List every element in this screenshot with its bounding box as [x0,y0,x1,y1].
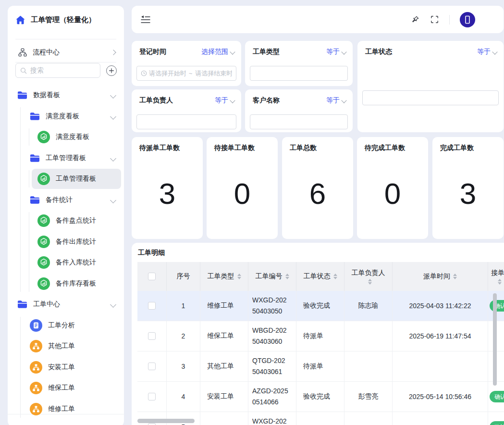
sidebar-tree-item[interactable]: 其他工单 [8,338,124,355]
sidebar-tree-item[interactable]: 备件库存看板 [8,275,124,292]
order-number: QTGD-20250403061 [252,355,289,377]
table-row[interactable]: 2维保工单WBGD-20250403060待派单2025-06-19 11:47… [137,321,504,351]
column-header[interactable]: 工单负责人 [344,262,393,291]
topbar-actions [411,6,475,33]
table-cell [344,412,393,425]
sidebar-tree-item[interactable]: 备件统计 [8,191,124,209]
workflow-icon [30,382,42,394]
sidebar-tree-item[interactable]: 备件盘点统计 [8,212,124,229]
collapse-sidebar-icon[interactable] [140,15,151,25]
horizontal-scrollbar[interactable] [137,419,195,423]
table-cell: 待派单 [296,321,344,351]
header-checkbox-cell [137,262,167,291]
column-header[interactable]: 工单类型 [200,262,248,291]
stat-card: 待完成工单数 0 [357,137,428,239]
order-status-input[interactable] [362,90,499,105]
pin-icon[interactable] [411,15,420,24]
date-start-placeholder: 请选择开始时间 [149,69,186,78]
column-header[interactable]: 工单状态 [296,262,344,291]
filter-label: 工单状态 [365,48,392,56]
sidebar-tree-item[interactable]: 工单管理看板 [8,170,124,188]
table-cell: 彭雪亮 [344,382,393,412]
folder-icon [30,196,40,204]
sort-carets-icon[interactable] [333,274,337,279]
order-type-input[interactable] [250,66,348,81]
column-label: 工单状态 [304,272,331,281]
table-cell: 3 [167,351,200,381]
vertical-scrollbar[interactable] [493,293,497,386]
sort-carets-icon[interactable] [368,279,372,285]
search-input[interactable]: 搜索 [15,63,100,78]
sort-carets-icon[interactable] [498,279,502,285]
avatar[interactable] [460,12,475,27]
stat-label: 待接单工单数 [214,144,255,152]
select-all-checkbox[interactable] [148,273,156,280]
column-header[interactable]: 接单时间 [488,262,504,291]
sidebar-tree-item[interactable]: 数据看板 [8,87,124,104]
sidebar-item-process-center[interactable]: 流程中心 [8,43,124,62]
row-checkbox[interactable] [148,423,156,425]
filter-label: 工单负责人 [139,96,173,105]
table-cell: WXGD-202 [248,412,296,425]
filter-operator-dropdown[interactable]: 等于 [326,96,346,105]
sort-carets-icon[interactable] [285,274,289,279]
order-owner-input[interactable] [136,114,236,129]
customer-name-input[interactable] [250,114,348,129]
sidebar-tree-item[interactable]: 备件入库统计 [8,254,124,271]
dashboard-icon [37,236,50,248]
table-cell: 2 [167,321,200,351]
date-range-input[interactable]: 请选择开始时间 ~ 请选择结束时间 [136,66,236,81]
dashboard-icon [37,173,50,185]
sidebar-tree-item[interactable]: 安装工单 [8,359,124,376]
sidebar-tree-item[interactable]: 维保工单 [8,379,124,397]
add-button[interactable] [106,65,117,76]
sidebar-tree-item[interactable]: 工单管理看板 [8,150,124,167]
sort-carets-icon[interactable] [453,274,457,279]
chevron-down-icon [341,49,346,54]
tree-item-label: 备件出库统计 [56,238,96,246]
fullscreen-icon[interactable] [430,15,439,24]
stat-card: 工单总数 6 [282,137,353,239]
divider [449,15,450,25]
table-cell: QTGD-20250403061 [248,351,296,381]
home-icon [15,15,25,25]
table-cell: 安装工单 [200,382,248,412]
table-row[interactable]: 3其他工单QTGD-20250403061待派单 [137,351,504,382]
sidebar-tree-item[interactable]: 工单分析 [8,317,124,334]
sidebar-tree-item[interactable]: 维修工单 [8,400,124,418]
table-row[interactable]: 1维修工单WXGD-20250403050验收完成陈志瑜2025-04-03 1… [137,291,504,321]
sidebar-tree-item[interactable]: 满意度看板 [8,128,124,146]
clock-icon [141,70,147,76]
chevron-down-icon[interactable] [110,197,116,203]
chevron-down-icon[interactable] [110,155,116,162]
filter-label: 登记时间 [139,48,166,56]
column-header[interactable]: 工单编号 [248,262,296,291]
row-checkbox[interactable] [148,362,156,370]
sidebar-tree-item[interactable]: 备件出库统计 [8,233,124,250]
chevron-down-icon [230,49,235,54]
chevron-down-icon[interactable] [110,113,116,120]
divider [8,414,124,414]
workflow-icon [30,361,42,374]
table-row[interactable]: 4安装工单AZGD-20250514066验收完成彭雪亮2025-05-14 1… [137,382,504,412]
filter-operator-dropdown[interactable]: 等于 [215,96,234,105]
column-header[interactable]: 派单时间 [393,262,488,291]
filter-operator-dropdown[interactable]: 等于 [326,48,346,56]
sort-carets-icon[interactable] [237,274,241,279]
table-cell: 验收完成 [296,382,344,412]
table-cell: 陈志瑜 [344,291,393,321]
sidebar-tree-item[interactable]: 满意度看板 [8,108,124,125]
search-icon [20,67,27,74]
filter-operator-dropdown[interactable]: 等于 [477,48,497,56]
stat-value: 3 [132,177,203,210]
row-checkbox[interactable] [148,302,156,310]
row-checkbox[interactable] [148,393,156,400]
row-checkbox[interactable] [148,332,156,340]
chevron-down-icon[interactable] [110,92,116,99]
table-cell [393,412,488,425]
dashboard-icon [37,214,50,227]
column-label: 工单编号 [256,272,283,281]
chevron-down-icon[interactable] [110,301,116,308]
sidebar-tree-item[interactable]: 工单中心 [8,296,124,313]
filter-operator-dropdown[interactable]: 选择范围 [201,48,234,56]
